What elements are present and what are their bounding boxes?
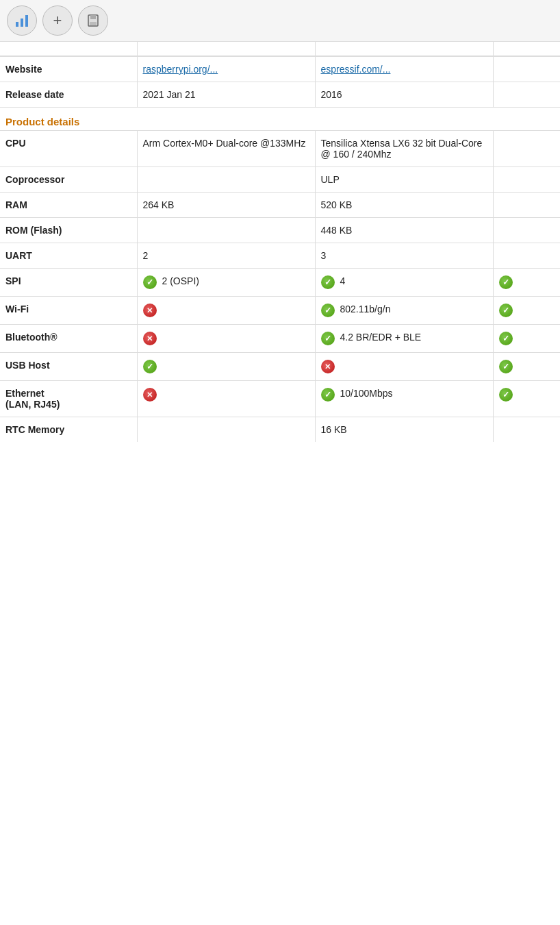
- row-label: Wi-Fi: [0, 297, 137, 325]
- table-cell: [137, 218, 315, 243]
- cross-icon: [143, 304, 157, 317]
- table-cell: [493, 381, 560, 417]
- table-cell: 2016: [315, 82, 493, 108]
- row-label: CPU: [0, 131, 137, 167]
- table-cell: [493, 218, 560, 243]
- table-cell: 3: [315, 243, 493, 269]
- table-cell: 16 KB: [315, 417, 493, 443]
- table-row: Release date2021 Jan 212016: [0, 82, 560, 108]
- table-cell: 4: [315, 269, 493, 297]
- check-icon: [321, 275, 335, 289]
- table-cell: [493, 269, 560, 297]
- table-cell: 264 KB: [137, 193, 315, 218]
- svg-rect-1: [21, 18, 23, 27]
- row-label: Bluetooth®: [0, 325, 137, 353]
- chart-button[interactable]: [7, 5, 37, 36]
- table-cell: [137, 167, 315, 193]
- toolbar: +: [0, 0, 560, 42]
- cross-icon: [143, 332, 157, 345]
- table-cell: raspberrypi.org/...: [137, 56, 315, 82]
- row-label: Release date: [0, 82, 137, 108]
- table-cell: [137, 381, 315, 417]
- check-icon: [499, 332, 513, 345]
- table-cell: [493, 353, 560, 381]
- table-cell: 802.11b/g/n: [315, 297, 493, 325]
- row-label: Ethernet (LAN, RJ45): [0, 381, 137, 417]
- table-cell: 2021 Jan 21: [137, 82, 315, 108]
- table-row: Websiteraspberrypi.org/...espressif.com/…: [0, 56, 560, 82]
- table-cell: ULP: [315, 167, 493, 193]
- row-label: Website: [0, 56, 137, 82]
- table-cell: 2 (OSPI): [137, 269, 315, 297]
- table-row: RTC Memory16 KB: [0, 417, 560, 443]
- table-cell: [315, 353, 493, 381]
- col-header-label: [0, 42, 137, 56]
- table-cell: 10/100Mbps: [315, 381, 493, 417]
- check-icon: [499, 360, 513, 373]
- table-cell: [493, 167, 560, 193]
- row-label: USB Host: [0, 353, 137, 381]
- table-row: CoprocessorULP: [0, 167, 560, 193]
- row-label: ROM (Flash): [0, 218, 137, 243]
- website-link[interactable]: raspberrypi.org/...: [143, 64, 218, 75]
- table-row: SPI2 (OSPI)4: [0, 269, 560, 297]
- table-cell: [493, 131, 560, 167]
- table-cell: [493, 297, 560, 325]
- row-label: RAM: [0, 193, 137, 218]
- check-icon: [143, 275, 157, 289]
- table-cell: [493, 243, 560, 269]
- table-row: UART23: [0, 243, 560, 269]
- row-label: RTC Memory: [0, 417, 137, 443]
- col-header-extra: [493, 42, 560, 56]
- col-header-esp32: [315, 42, 493, 56]
- table-cell: 4.2 BR/EDR + BLE: [315, 325, 493, 353]
- cross-icon: [321, 360, 335, 373]
- cross-icon: [143, 388, 157, 402]
- table-cell: 2: [137, 243, 315, 269]
- save-button[interactable]: [78, 5, 108, 36]
- table-cell: 520 KB: [315, 193, 493, 218]
- row-label: SPI: [0, 269, 137, 297]
- table-row: Bluetooth®4.2 BR/EDR + BLE: [0, 325, 560, 353]
- svg-rect-0: [16, 22, 18, 27]
- table-cell: [493, 82, 560, 108]
- table-cell: [137, 417, 315, 443]
- table-row: Ethernet (LAN, RJ45)10/100Mbps: [0, 381, 560, 417]
- check-icon: [143, 360, 157, 373]
- check-icon: [499, 304, 513, 317]
- table-cell: [493, 193, 560, 218]
- table-row: USB Host: [0, 353, 560, 381]
- svg-rect-5: [90, 22, 97, 25]
- svg-rect-2: [25, 15, 28, 27]
- check-icon: [321, 304, 335, 317]
- table-cell: 448 KB: [315, 218, 493, 243]
- table-row: CPUArm Cortex-M0+ Dual-core @133MHzTensi…: [0, 131, 560, 167]
- table-cell: [137, 325, 315, 353]
- add-button[interactable]: +: [42, 5, 73, 36]
- row-label: UART: [0, 243, 137, 269]
- table-cell: espressif.com/...: [315, 56, 493, 82]
- col-header-rp2040: [137, 42, 315, 56]
- table-cell: [493, 325, 560, 353]
- table-cell: [493, 56, 560, 82]
- comparison-table: Websiteraspberrypi.org/...espressif.com/…: [0, 42, 560, 442]
- table-cell: [137, 297, 315, 325]
- check-icon: [499, 275, 513, 289]
- check-icon: [321, 332, 335, 345]
- section-title: Product details: [5, 116, 79, 127]
- check-icon: [321, 388, 335, 402]
- table-row: ROM (Flash)448 KB: [0, 218, 560, 243]
- table-cell: [493, 417, 560, 443]
- website-link[interactable]: espressif.com/...: [321, 64, 391, 75]
- check-icon: [499, 388, 513, 402]
- table-cell: Tensilica Xtensa LX6 32 bit Dual-Core @ …: [315, 131, 493, 167]
- table-cell: Arm Cortex-M0+ Dual-core @133MHz: [137, 131, 315, 167]
- table-row: Product details: [0, 108, 560, 131]
- table-row: RAM264 KB520 KB: [0, 193, 560, 218]
- svg-rect-4: [90, 15, 96, 19]
- table-row: Wi-Fi802.11b/g/n: [0, 297, 560, 325]
- row-label: Coprocessor: [0, 167, 137, 193]
- table-cell: [137, 353, 315, 381]
